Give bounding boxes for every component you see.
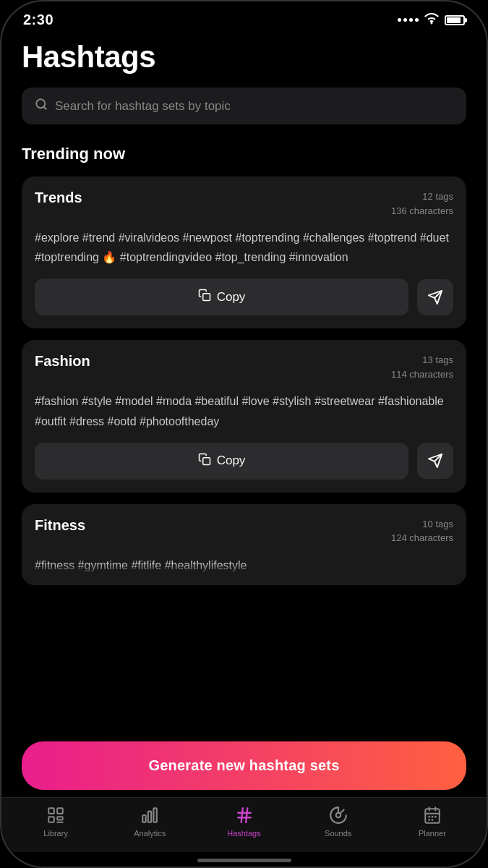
fashion-copy-button[interactable]: Copy bbox=[35, 443, 408, 480]
phone-screen: 2:30 Hashtags bbox=[1, 1, 487, 867]
fashion-hashtags: #fashion #style #model #moda #beatiful #… bbox=[35, 391, 453, 430]
sidebar-item-sounds[interactable]: Sounds bbox=[291, 805, 385, 838]
home-indicator bbox=[1, 852, 487, 867]
page-title: Hashtags bbox=[22, 40, 466, 75]
sidebar-item-planner[interactable]: Planner bbox=[385, 805, 479, 838]
search-placeholder-text: Search for hashtag sets by topic bbox=[55, 99, 231, 114]
hashtags-icon bbox=[234, 805, 254, 825]
svg-rect-8 bbox=[48, 808, 54, 814]
copy-icon-trends bbox=[198, 289, 211, 305]
svg-line-18 bbox=[241, 808, 242, 822]
analytics-icon bbox=[140, 805, 160, 825]
svg-line-19 bbox=[246, 808, 247, 822]
fashion-copy-label: Copy bbox=[217, 454, 246, 468]
card-trends-meta: 12 tags 136 characters bbox=[391, 190, 453, 218]
card-fitness-meta: 10 tags 124 characters bbox=[391, 517, 453, 545]
svg-rect-9 bbox=[57, 808, 63, 814]
share-icon-fashion bbox=[427, 453, 443, 469]
fashion-share-button[interactable] bbox=[417, 443, 453, 479]
fitness-char-count: 124 characters bbox=[391, 531, 453, 545]
fashion-char-count: 114 characters bbox=[391, 367, 453, 382]
svg-rect-14 bbox=[148, 812, 151, 822]
card-fitness-header: Fitness 10 tags 124 characters bbox=[35, 517, 453, 545]
camera-notch bbox=[197, 10, 291, 36]
planner-icon bbox=[422, 805, 442, 825]
sidebar-item-analytics[interactable]: Analytics bbox=[103, 805, 197, 838]
battery-icon bbox=[445, 15, 465, 25]
generate-btn-container: Generate new hashtag sets bbox=[1, 733, 487, 797]
section-title-trending: Trending now bbox=[22, 145, 466, 163]
svg-rect-15 bbox=[154, 808, 157, 822]
search-bar[interactable]: Search for hashtag sets by topic bbox=[22, 88, 466, 124]
card-fashion: Fashion 13 tags 114 characters #fashion … bbox=[22, 340, 466, 492]
hashtags-label: Hashtags bbox=[227, 829, 260, 838]
trends-tag-count: 12 tags bbox=[391, 190, 453, 204]
search-icon bbox=[35, 98, 48, 114]
planner-label: Planner bbox=[419, 829, 446, 838]
generate-button[interactable]: Generate new hashtag sets bbox=[22, 741, 466, 790]
svg-rect-10 bbox=[48, 817, 54, 822]
card-fashion-header: Fashion 13 tags 114 characters bbox=[35, 353, 453, 381]
library-label: Library bbox=[43, 829, 68, 838]
card-fitness: Fitness 10 tags 124 characters #fitness … bbox=[22, 504, 466, 585]
main-content: Hashtags Search for hashtag sets by topi… bbox=[1, 33, 487, 733]
library-icon bbox=[46, 805, 66, 825]
card-fitness-title: Fitness bbox=[35, 517, 85, 534]
trends-copy-button[interactable]: Copy bbox=[35, 278, 408, 315]
share-icon bbox=[427, 289, 443, 305]
card-fashion-title: Fashion bbox=[35, 353, 90, 370]
trends-share-button[interactable] bbox=[417, 279, 453, 315]
trends-char-count: 136 characters bbox=[391, 204, 453, 218]
copy-icon-fashion bbox=[198, 453, 211, 469]
card-trends: Trends 12 tags 136 characters #explore #… bbox=[22, 176, 466, 328]
trends-actions: Copy bbox=[35, 278, 453, 315]
analytics-label: Analytics bbox=[134, 829, 166, 838]
trends-hashtags: #explore #trend #viralvideos #newpost #t… bbox=[35, 228, 453, 267]
fashion-actions: Copy bbox=[35, 443, 453, 480]
card-trends-title: Trends bbox=[35, 190, 82, 206]
status-time: 2:30 bbox=[23, 12, 53, 28]
svg-line-1 bbox=[43, 106, 46, 109]
bottom-nav: Library Analytics bbox=[1, 797, 487, 852]
svg-rect-13 bbox=[143, 815, 146, 822]
svg-rect-2 bbox=[202, 294, 210, 301]
fashion-tag-count: 13 tags bbox=[391, 353, 453, 367]
sounds-icon bbox=[328, 805, 348, 825]
status-icons bbox=[398, 13, 465, 27]
svg-line-22 bbox=[340, 809, 343, 813]
signal-icon bbox=[398, 18, 419, 22]
card-fashion-meta: 13 tags 114 characters bbox=[391, 353, 453, 381]
svg-rect-5 bbox=[202, 458, 210, 465]
fitness-tag-count: 10 tags bbox=[391, 517, 453, 532]
card-trends-header: Trends 12 tags 136 characters bbox=[35, 190, 453, 218]
sidebar-item-library[interactable]: Library bbox=[9, 805, 103, 838]
sounds-label: Sounds bbox=[325, 829, 351, 838]
home-bar bbox=[197, 859, 291, 862]
fitness-hashtags: #fitness #gymtime #fitlife #healthylifes… bbox=[35, 556, 453, 575]
svg-rect-11 bbox=[57, 817, 63, 820]
sidebar-item-hashtags[interactable]: Hashtags bbox=[197, 805, 291, 838]
phone-frame: 2:30 Hashtags bbox=[0, 0, 488, 868]
wifi-icon bbox=[424, 13, 439, 27]
trends-copy-label: Copy bbox=[217, 290, 246, 305]
